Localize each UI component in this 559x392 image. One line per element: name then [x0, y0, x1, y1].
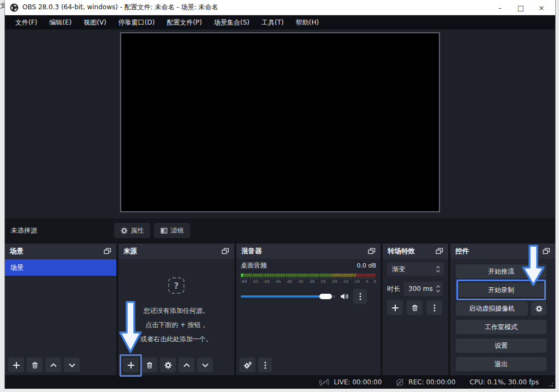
empty-hint-line: 您还没有添加任何源。: [144, 304, 209, 318]
popout-icon[interactable]: [436, 248, 443, 254]
audio-channel-level: 0.0 dB: [356, 262, 376, 269]
menu-view[interactable]: 视图(V): [78, 15, 112, 29]
status-bar: LIVE: 00:00:00 REC: 00:00:00 CPU: 0.1%, …: [5, 376, 555, 389]
mixer-menu-button[interactable]: [258, 358, 272, 372]
popout-icon[interactable]: [368, 248, 376, 254]
question-mark-icon: ?: [168, 277, 185, 294]
maximize-button[interactable]: □: [510, 0, 531, 15]
mixer-dock-title: 混音器: [241, 247, 368, 256]
menu-edit[interactable]: 编辑(E): [43, 15, 78, 29]
trash-icon: [411, 304, 419, 312]
empty-hint-line: 点击下面的 + 按钮，: [145, 318, 207, 332]
virtual-camera-settings-button[interactable]: [531, 301, 546, 316]
remove-source-button[interactable]: [141, 358, 157, 372]
volume-slider-fill: [241, 295, 324, 298]
preview-canvas[interactable]: [120, 32, 440, 212]
audio-mixer-dock: 混音器 桌面音频 0.0 dB -60-55-50 -45-4: [236, 243, 380, 375]
source-down-button[interactable]: [197, 358, 213, 372]
chevron-down-icon: [68, 362, 76, 369]
scene-down-button[interactable]: [64, 358, 80, 372]
filters-button[interactable]: 滤镜: [154, 223, 190, 238]
preview-area: [5, 29, 555, 218]
live-time: LIVE: 00:00:00: [334, 378, 382, 386]
advanced-audio-button[interactable]: [240, 358, 255, 372]
spin-up-icon[interactable]: [436, 285, 441, 288]
annotation-arrow-add-source: [119, 301, 142, 354]
start-virtual-camera-button[interactable]: 启动虚拟摄像机: [456, 301, 528, 316]
resize-grip-icon[interactable]: [548, 382, 554, 387]
source-toolbar: 未选择源 属性 滤: [5, 219, 555, 242]
menu-bar: 文件(F) 编辑(E) 视图(V) 停靠窗口(D) 配置文件(P) 场景集合(S…: [5, 15, 555, 29]
scenes-dock: 场景 场景: [5, 243, 116, 375]
volume-meter: [241, 274, 376, 277]
transition-select[interactable]: 渐变: [387, 263, 444, 276]
transitions-dock-title: 转场特效: [388, 247, 436, 256]
properties-label: 属性: [131, 226, 144, 235]
duration-value: 300 ms: [408, 285, 436, 293]
studio-mode-button[interactable]: 工作室模式: [456, 320, 546, 334]
filter-icon: [160, 227, 168, 234]
chevron-up-icon: [50, 362, 57, 369]
transitions-toolbar: [387, 300, 444, 315]
menu-tools[interactable]: 工具(T): [255, 15, 290, 29]
record-inactive-icon: [396, 378, 404, 387]
transitions-dock-header[interactable]: 转场特效: [383, 243, 448, 259]
volume-slider-handle[interactable]: [319, 294, 332, 299]
filters-label: 滤镜: [171, 226, 184, 235]
scene-list-item[interactable]: 场景: [5, 259, 116, 276]
menu-file[interactable]: 文件(F): [9, 15, 43, 29]
menu-scene-collection[interactable]: 场景集合(S): [208, 15, 255, 29]
plus-icon: [13, 361, 20, 369]
sources-dock-title: 来源: [123, 247, 222, 256]
popout-icon[interactable]: [222, 248, 229, 254]
exit-button[interactable]: 退出: [456, 357, 546, 371]
mixer-channel: 桌面音频 0.0 dB -60-55-50 -45-40-35 -30-25-2…: [241, 261, 376, 304]
dock-row: 场景 场景: [5, 243, 555, 375]
chevron-up-icon: [183, 362, 191, 369]
plus-icon: [391, 304, 399, 312]
chevron-down-icon: [201, 362, 209, 369]
empty-hint-line: 或者右击此处添加一个。: [140, 332, 212, 346]
title-bar: OBS 28.0.3 (64-bit, windows) - 配置文件: 未命名…: [5, 0, 555, 15]
add-scene-button[interactable]: [8, 358, 24, 372]
scenes-dock-header[interactable]: 场景: [5, 243, 116, 259]
sources-dock-header[interactable]: 来源: [118, 243, 234, 259]
source-properties-button[interactable]: [160, 358, 176, 372]
close-button[interactable]: ×: [531, 0, 552, 15]
source-up-button[interactable]: [179, 358, 194, 372]
scene-up-button[interactable]: [45, 358, 61, 372]
transitions-dock: 转场特效 渐变 时长: [383, 243, 448, 375]
rec-time: REC: 00:00:00: [408, 378, 455, 386]
mixer-dock-header[interactable]: 混音器: [236, 243, 380, 259]
speaker-icon[interactable]: [340, 293, 349, 300]
transition-menu-button[interactable]: [426, 300, 442, 315]
meter-tick-labels: -60-55-50 -45-40-35 -30-25-20 -15-10-5 0: [241, 280, 376, 284]
popout-icon[interactable]: [104, 248, 111, 254]
menu-docks[interactable]: 停靠窗口(D): [112, 15, 161, 29]
add-transition-button[interactable]: [387, 300, 403, 315]
scenes-dock-title: 场景: [10, 247, 104, 256]
window-title: OBS 28.0.3 (64-bit, windows) - 配置文件: 未命名…: [22, 3, 218, 12]
volume-slider[interactable]: [241, 295, 336, 298]
annotation-box-add-source: [120, 354, 142, 377]
cpu-fps-stats: CPU: 0.1%, 30.00 fps: [469, 378, 539, 386]
settings-button[interactable]: 设置: [456, 338, 546, 353]
remove-transition-button[interactable]: [407, 300, 423, 315]
mixer-toolbar: [240, 358, 272, 372]
desktop: 文 OBS 28.0.3 (64-bit, windows) - 配置文件: 未…: [0, 0, 559, 392]
minimize-button[interactable]: –: [490, 0, 510, 15]
duration-label: 时长: [387, 284, 400, 294]
scenes-toolbar: [8, 358, 80, 372]
mixer-channel-menu-button[interactable]: [353, 289, 367, 304]
menu-profile[interactable]: 配置文件(P): [160, 15, 208, 29]
spin-down-icon[interactable]: [436, 289, 441, 293]
properties-button[interactable]: 属性: [114, 223, 150, 238]
menu-help[interactable]: 帮助(H): [290, 15, 325, 29]
double-gear-icon: [243, 361, 252, 369]
combo-arrows-icon: [436, 265, 441, 273]
audio-channel-name: 桌面音频: [241, 261, 267, 270]
trash-icon: [146, 361, 153, 369]
kebab-icon: [433, 304, 436, 312]
duration-spinbox[interactable]: 300 ms: [403, 282, 443, 296]
remove-scene-button[interactable]: [27, 358, 43, 372]
